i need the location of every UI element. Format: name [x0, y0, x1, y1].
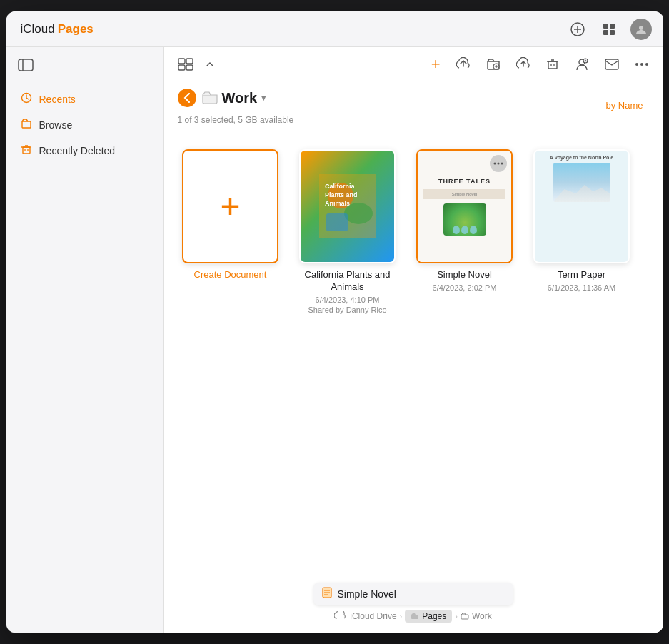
svg-rect-18: [186, 59, 193, 64]
folder-action-button[interactable]: [483, 55, 503, 74]
toolbar-left: [175, 55, 218, 74]
simple-novel-doc-name: Simple Novel: [437, 269, 492, 281]
create-thumbnail: +: [182, 149, 278, 263]
svg-rect-17: [178, 59, 185, 64]
svg-rect-33: [605, 59, 618, 69]
svg-point-35: [640, 63, 643, 66]
account-button[interactable]: [630, 19, 652, 40]
view-toggle-button[interactable]: [175, 55, 196, 74]
sidebar-item-recents[interactable]: Recents: [6, 86, 163, 112]
novel-subtitle: Simple Novel: [423, 189, 505, 199]
mail-button[interactable]: [602, 56, 622, 73]
grid-view-button[interactable]: [599, 19, 619, 39]
sidebar-panel-icon: [18, 59, 34, 75]
sort-by-name-button[interactable]: by Name: [600, 97, 648, 114]
svg-rect-24: [548, 61, 557, 69]
california-card[interactable]: California Plants and Animals California…: [298, 149, 398, 314]
california-cover-art: California Plants and Animals: [301, 151, 394, 262]
sort-direction-button[interactable]: [202, 56, 218, 72]
breadcrumb-pages-label: Pages: [422, 611, 446, 621]
add-button[interactable]: [568, 19, 588, 39]
svg-rect-4: [610, 24, 615, 29]
top-bar-right: [568, 19, 652, 40]
folder-icon: [202, 91, 218, 104]
sidebar-toggle[interactable]: [6, 59, 163, 86]
svg-text:Plants and: Plants and: [325, 191, 358, 198]
svg-rect-3: [603, 24, 608, 29]
sidebar-item-recently-deleted[interactable]: Recently Deleted: [6, 138, 163, 163]
content-area: +: [164, 47, 663, 633]
work-folder-icon: [461, 613, 469, 620]
sidebar-browse-label: Browse: [39, 119, 73, 131]
toolbar: +: [164, 47, 663, 81]
termpaper-mountain: [553, 181, 610, 202]
svg-point-44: [494, 163, 496, 165]
sidebar: Recents Browse: [6, 47, 164, 633]
create-document-card[interactable]: + Create Document: [181, 149, 281, 314]
folder-chevron-icon: ▾: [261, 93, 266, 103]
delete-button[interactable]: [543, 55, 562, 74]
svg-rect-12: [23, 147, 30, 154]
breadcrumb-work-label: Work: [472, 611, 492, 621]
rename-input-field[interactable]: [338, 588, 505, 600]
termpaper-image: [553, 163, 610, 202]
breadcrumb-sep2: ›: [455, 612, 458, 620]
svg-rect-20: [186, 65, 193, 70]
breadcrumb-work[interactable]: Work: [461, 611, 492, 621]
term-paper-card[interactable]: A Voyage to the North Pole Term Paper 6/…: [532, 149, 632, 314]
create-plus-icon: +: [220, 189, 240, 223]
share-user-button[interactable]: [572, 54, 592, 74]
california-doc-date: 6/4/2023, 4:10 PM: [316, 295, 380, 306]
sidebar-recents-label: Recents: [39, 94, 76, 105]
svg-point-46: [501, 163, 503, 165]
california-thumbnail: California Plants and Animals: [299, 149, 396, 263]
sidebar-item-browse[interactable]: Browse: [6, 112, 163, 138]
novel-cover-image: [443, 203, 486, 236]
svg-text:California: California: [325, 183, 356, 190]
term-paper-thumbnail: A Voyage to the North Pole: [533, 149, 630, 263]
simple-novel-doc-date: 6/4/2023, 2:02 PM: [433, 283, 497, 293]
more-actions-button[interactable]: [632, 59, 652, 69]
create-document-label: Create Document: [194, 269, 267, 280]
trash-icon: [21, 144, 32, 158]
svg-point-34: [635, 63, 638, 66]
svg-rect-9: [19, 59, 33, 71]
sidebar-deleted-label: Recently Deleted: [39, 145, 116, 156]
simple-novel-more-button[interactable]: [490, 155, 507, 172]
bottom-area: iCloud Drive › Pages ›: [164, 575, 663, 633]
breadcrumb-pages[interactable]: Pages: [405, 610, 452, 623]
folder-title: Work ▾: [202, 90, 266, 106]
svg-point-45: [498, 163, 500, 165]
upload-button[interactable]: [453, 54, 473, 74]
breadcrumb-bar: iCloud Drive › Pages ›: [320, 605, 506, 628]
simple-novel-card[interactable]: THREE TALES Simple Novel: [415, 149, 515, 314]
rename-input-wrap: [313, 583, 513, 605]
novel-title-text: THREE TALES: [438, 178, 491, 185]
rename-doc-icon: [322, 587, 332, 601]
app-logo: iCloud Pages: [18, 22, 94, 36]
california-doc-shared: Shared by Danny Rico: [308, 306, 386, 314]
recents-icon: [21, 92, 32, 106]
svg-text:Animals: Animals: [325, 200, 350, 207]
termpaper-cover-art: A Voyage to the North Pole: [535, 151, 628, 262]
california-doc-name: California Plants and Animals: [298, 269, 398, 293]
breadcrumb-icloud-drive[interactable]: iCloud Drive: [350, 611, 396, 621]
breadcrumb-sep1: ›: [400, 612, 403, 620]
svg-rect-6: [610, 30, 615, 35]
back-button[interactable]: [178, 89, 196, 107]
top-bar: iCloud Pages: [6, 11, 663, 47]
svg-rect-40: [326, 213, 348, 231]
svg-rect-5: [603, 30, 608, 35]
simple-novel-thumbnail: THREE TALES Simple Novel: [416, 149, 513, 263]
pages-label: Pages: [58, 22, 94, 36]
upload-to-cloud-button[interactable]: [513, 54, 533, 74]
svg-point-8: [639, 26, 643, 30]
icloud-label: iCloud: [21, 22, 55, 36]
folder-name-label: Work: [222, 90, 258, 106]
new-document-button[interactable]: +: [428, 52, 443, 76]
termpaper-header-text: A Voyage to the North Pole: [550, 155, 613, 160]
browse-icon: [21, 118, 32, 132]
svg-point-36: [645, 63, 648, 66]
documents-grid: + Create Document: [164, 132, 663, 575]
term-paper-doc-name: Term Paper: [558, 269, 605, 281]
